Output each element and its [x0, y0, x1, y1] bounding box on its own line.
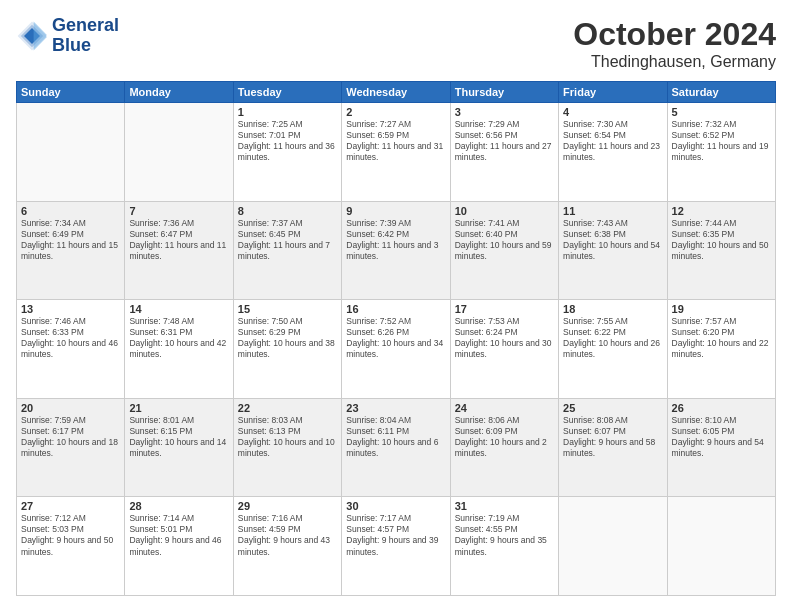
day-detail: Sunrise: 7:55 AMSunset: 6:22 PMDaylight:…	[563, 316, 662, 360]
day-detail: Sunrise: 7:14 AMSunset: 5:01 PMDaylight:…	[129, 513, 228, 557]
day-detail: Sunrise: 7:44 AMSunset: 6:35 PMDaylight:…	[672, 218, 771, 262]
day-number: 4	[563, 106, 662, 118]
day-number: 7	[129, 205, 228, 217]
table-row: 28Sunrise: 7:14 AMSunset: 5:01 PMDayligh…	[125, 497, 233, 596]
table-row: 14Sunrise: 7:48 AMSunset: 6:31 PMDayligh…	[125, 300, 233, 399]
table-row: 24Sunrise: 8:06 AMSunset: 6:09 PMDayligh…	[450, 398, 558, 497]
table-row: 9Sunrise: 7:39 AMSunset: 6:42 PMDaylight…	[342, 201, 450, 300]
table-row: 7Sunrise: 7:36 AMSunset: 6:47 PMDaylight…	[125, 201, 233, 300]
day-detail: Sunrise: 7:19 AMSunset: 4:55 PMDaylight:…	[455, 513, 554, 557]
table-row: 29Sunrise: 7:16 AMSunset: 4:59 PMDayligh…	[233, 497, 341, 596]
header-row: Sunday Monday Tuesday Wednesday Thursday…	[17, 82, 776, 103]
location: Thedinghausen, Germany	[573, 53, 776, 71]
day-detail: Sunrise: 7:43 AMSunset: 6:38 PMDaylight:…	[563, 218, 662, 262]
day-detail: Sunrise: 8:06 AMSunset: 6:09 PMDaylight:…	[455, 415, 554, 459]
col-monday: Monday	[125, 82, 233, 103]
day-detail: Sunrise: 7:39 AMSunset: 6:42 PMDaylight:…	[346, 218, 445, 262]
day-number: 28	[129, 500, 228, 512]
logo: General Blue	[16, 16, 119, 56]
col-tuesday: Tuesday	[233, 82, 341, 103]
table-row	[667, 497, 775, 596]
day-detail: Sunrise: 7:17 AMSunset: 4:57 PMDaylight:…	[346, 513, 445, 557]
day-number: 27	[21, 500, 120, 512]
page: General Blue October 2024 Thedinghausen,…	[0, 0, 792, 612]
month-title: October 2024	[573, 16, 776, 53]
table-row: 6Sunrise: 7:34 AMSunset: 6:49 PMDaylight…	[17, 201, 125, 300]
day-detail: Sunrise: 7:53 AMSunset: 6:24 PMDaylight:…	[455, 316, 554, 360]
day-number: 2	[346, 106, 445, 118]
table-row: 15Sunrise: 7:50 AMSunset: 6:29 PMDayligh…	[233, 300, 341, 399]
table-row: 17Sunrise: 7:53 AMSunset: 6:24 PMDayligh…	[450, 300, 558, 399]
day-number: 22	[238, 402, 337, 414]
day-number: 13	[21, 303, 120, 315]
table-row: 26Sunrise: 8:10 AMSunset: 6:05 PMDayligh…	[667, 398, 775, 497]
table-row: 5Sunrise: 7:32 AMSunset: 6:52 PMDaylight…	[667, 103, 775, 202]
day-number: 31	[455, 500, 554, 512]
day-number: 24	[455, 402, 554, 414]
week-row-4: 20Sunrise: 7:59 AMSunset: 6:17 PMDayligh…	[17, 398, 776, 497]
table-row	[559, 497, 667, 596]
day-detail: Sunrise: 8:01 AMSunset: 6:15 PMDaylight:…	[129, 415, 228, 459]
day-number: 8	[238, 205, 337, 217]
table-row	[125, 103, 233, 202]
header: General Blue October 2024 Thedinghausen,…	[16, 16, 776, 71]
table-row: 31Sunrise: 7:19 AMSunset: 4:55 PMDayligh…	[450, 497, 558, 596]
table-row: 18Sunrise: 7:55 AMSunset: 6:22 PMDayligh…	[559, 300, 667, 399]
col-wednesday: Wednesday	[342, 82, 450, 103]
table-row	[17, 103, 125, 202]
table-row: 13Sunrise: 7:46 AMSunset: 6:33 PMDayligh…	[17, 300, 125, 399]
table-row: 1Sunrise: 7:25 AMSunset: 7:01 PMDaylight…	[233, 103, 341, 202]
day-detail: Sunrise: 8:03 AMSunset: 6:13 PMDaylight:…	[238, 415, 337, 459]
table-row: 20Sunrise: 7:59 AMSunset: 6:17 PMDayligh…	[17, 398, 125, 497]
table-row: 4Sunrise: 7:30 AMSunset: 6:54 PMDaylight…	[559, 103, 667, 202]
col-friday: Friday	[559, 82, 667, 103]
day-detail: Sunrise: 7:52 AMSunset: 6:26 PMDaylight:…	[346, 316, 445, 360]
day-detail: Sunrise: 7:36 AMSunset: 6:47 PMDaylight:…	[129, 218, 228, 262]
day-detail: Sunrise: 7:59 AMSunset: 6:17 PMDaylight:…	[21, 415, 120, 459]
day-detail: Sunrise: 7:57 AMSunset: 6:20 PMDaylight:…	[672, 316, 771, 360]
day-number: 23	[346, 402, 445, 414]
table-row: 27Sunrise: 7:12 AMSunset: 5:03 PMDayligh…	[17, 497, 125, 596]
day-detail: Sunrise: 7:29 AMSunset: 6:56 PMDaylight:…	[455, 119, 554, 163]
week-row-5: 27Sunrise: 7:12 AMSunset: 5:03 PMDayligh…	[17, 497, 776, 596]
day-number: 29	[238, 500, 337, 512]
table-row: 21Sunrise: 8:01 AMSunset: 6:15 PMDayligh…	[125, 398, 233, 497]
day-detail: Sunrise: 7:41 AMSunset: 6:40 PMDaylight:…	[455, 218, 554, 262]
day-number: 26	[672, 402, 771, 414]
day-detail: Sunrise: 8:04 AMSunset: 6:11 PMDaylight:…	[346, 415, 445, 459]
table-row: 3Sunrise: 7:29 AMSunset: 6:56 PMDaylight…	[450, 103, 558, 202]
table-row: 8Sunrise: 7:37 AMSunset: 6:45 PMDaylight…	[233, 201, 341, 300]
day-detail: Sunrise: 7:16 AMSunset: 4:59 PMDaylight:…	[238, 513, 337, 557]
day-detail: Sunrise: 7:30 AMSunset: 6:54 PMDaylight:…	[563, 119, 662, 163]
col-thursday: Thursday	[450, 82, 558, 103]
day-detail: Sunrise: 7:25 AMSunset: 7:01 PMDaylight:…	[238, 119, 337, 163]
logo-icon	[16, 20, 48, 52]
week-row-2: 6Sunrise: 7:34 AMSunset: 6:49 PMDaylight…	[17, 201, 776, 300]
day-number: 11	[563, 205, 662, 217]
day-detail: Sunrise: 7:48 AMSunset: 6:31 PMDaylight:…	[129, 316, 228, 360]
day-number: 16	[346, 303, 445, 315]
day-detail: Sunrise: 7:34 AMSunset: 6:49 PMDaylight:…	[21, 218, 120, 262]
day-number: 1	[238, 106, 337, 118]
day-detail: Sunrise: 8:10 AMSunset: 6:05 PMDaylight:…	[672, 415, 771, 459]
day-number: 9	[346, 205, 445, 217]
table-row: 19Sunrise: 7:57 AMSunset: 6:20 PMDayligh…	[667, 300, 775, 399]
table-row: 2Sunrise: 7:27 AMSunset: 6:59 PMDaylight…	[342, 103, 450, 202]
day-detail: Sunrise: 7:27 AMSunset: 6:59 PMDaylight:…	[346, 119, 445, 163]
table-row: 25Sunrise: 8:08 AMSunset: 6:07 PMDayligh…	[559, 398, 667, 497]
day-number: 6	[21, 205, 120, 217]
logo-text: General Blue	[52, 16, 119, 56]
table-row: 30Sunrise: 7:17 AMSunset: 4:57 PMDayligh…	[342, 497, 450, 596]
day-number: 21	[129, 402, 228, 414]
day-number: 15	[238, 303, 337, 315]
day-detail: Sunrise: 7:46 AMSunset: 6:33 PMDaylight:…	[21, 316, 120, 360]
day-detail: Sunrise: 7:12 AMSunset: 5:03 PMDaylight:…	[21, 513, 120, 557]
day-detail: Sunrise: 7:37 AMSunset: 6:45 PMDaylight:…	[238, 218, 337, 262]
col-saturday: Saturday	[667, 82, 775, 103]
day-detail: Sunrise: 7:32 AMSunset: 6:52 PMDaylight:…	[672, 119, 771, 163]
day-detail: Sunrise: 7:50 AMSunset: 6:29 PMDaylight:…	[238, 316, 337, 360]
svg-marker-3	[34, 21, 47, 50]
day-number: 14	[129, 303, 228, 315]
day-number: 19	[672, 303, 771, 315]
title-section: October 2024 Thedinghausen, Germany	[573, 16, 776, 71]
